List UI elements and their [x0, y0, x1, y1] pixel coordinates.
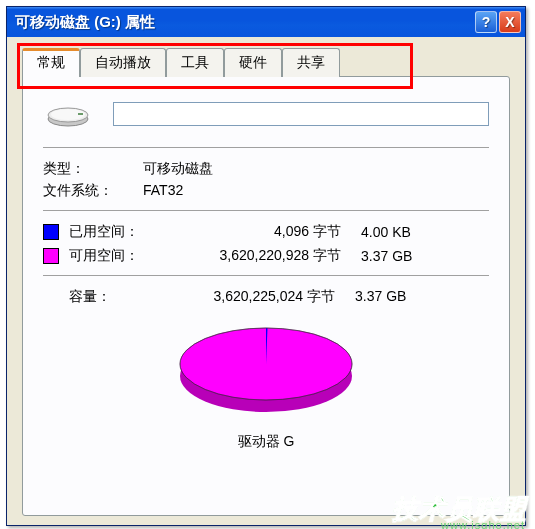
filesystem-value: FAT32 [143, 182, 489, 200]
used-bytes: 4,096 字节 [169, 223, 349, 241]
svg-rect-3 [78, 113, 83, 115]
close-button[interactable]: X [499, 11, 521, 33]
properties-window: 可移动磁盘 (G:) 属性 ? X 常规 自动播放 工具 硬件 共享 [6, 6, 526, 526]
tab-label: 硬件 [239, 54, 267, 70]
free-bytes: 3,620,220,928 字节 [169, 247, 349, 265]
capacity-human: 3.37 GB [343, 288, 433, 306]
close-icon: X [505, 14, 514, 30]
help-icon: ? [482, 14, 491, 30]
used-swatch-icon [43, 224, 59, 240]
used-space-row: 已用空间： 4,096 字节 4.00 KB [43, 223, 489, 241]
type-label: 类型： [43, 160, 143, 178]
pie-label: 驱动器 G [43, 433, 489, 451]
general-panel: 类型： 可移动磁盘 文件系统： FAT32 已用空间： 4,096 字节 4.0… [22, 76, 510, 516]
free-space-row: 可用空间： 3,620,220,928 字节 3.37 GB [43, 247, 489, 265]
tab-autoplay[interactable]: 自动播放 [80, 48, 166, 77]
tab-label: 自动播放 [95, 54, 151, 70]
tab-row: 常规 自动播放 工具 硬件 共享 [22, 47, 510, 76]
window-title: 可移动磁盘 (G:) 属性 [15, 13, 473, 32]
capacity-label: 容量： [69, 288, 169, 306]
content-area: 常规 自动播放 工具 硬件 共享 类型： [10, 37, 522, 522]
free-swatch-icon [43, 248, 59, 264]
drive-icon [43, 99, 93, 129]
tab-general[interactable]: 常规 [22, 48, 80, 77]
help-button[interactable]: ? [475, 11, 497, 33]
capacity-bytes: 3,620,225,024 字节 [169, 288, 343, 306]
used-human: 4.00 KB [349, 224, 439, 240]
free-label: 可用空间： [69, 247, 169, 265]
used-label: 已用空间： [69, 223, 169, 241]
type-value: 可移动磁盘 [143, 160, 489, 178]
tab-label: 常规 [37, 54, 65, 70]
space-table: 已用空间： 4,096 字节 4.00 KB 可用空间： 3,620,220,9… [43, 223, 489, 265]
pie-chart: 驱动器 G [43, 314, 489, 451]
volume-label-input[interactable] [113, 102, 489, 126]
tab-label: 共享 [297, 54, 325, 70]
tab-hardware[interactable]: 硬件 [224, 48, 282, 77]
tab-sharing[interactable]: 共享 [282, 48, 340, 77]
separator [43, 275, 489, 276]
titlebar[interactable]: 可移动磁盘 (G:) 属性 ? X [7, 7, 525, 37]
separator [43, 210, 489, 211]
separator [43, 147, 489, 148]
tab-tools[interactable]: 工具 [166, 48, 224, 77]
tab-label: 工具 [181, 54, 209, 70]
filesystem-label: 文件系统： [43, 182, 143, 200]
free-human: 3.37 GB [349, 248, 439, 264]
capacity-row: 容量： 3,620,225,024 字节 3.37 GB [69, 288, 489, 306]
